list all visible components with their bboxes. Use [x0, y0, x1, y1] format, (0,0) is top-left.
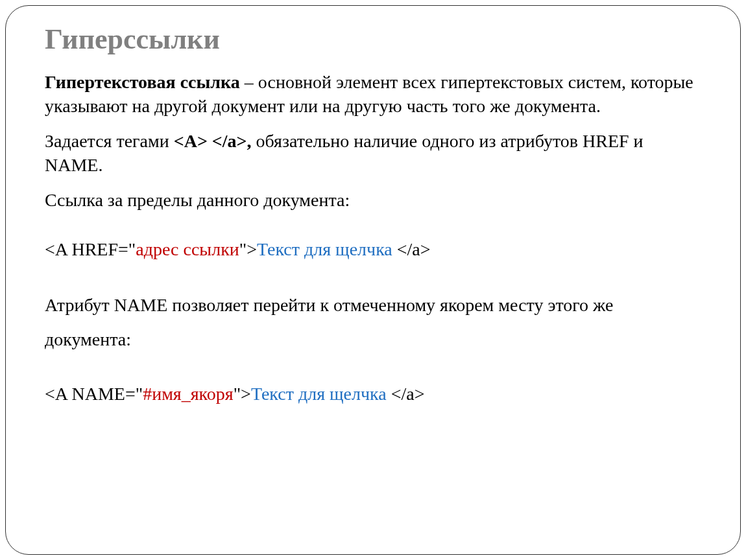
- ex1-close-tag: </a>: [397, 239, 431, 259]
- ex2-close-tag: </a>: [391, 384, 425, 404]
- term-bold: Гипертекстовая ссылка: [45, 72, 245, 92]
- ex2-anchor: #имя_якоря: [143, 384, 234, 404]
- ex1-close-attr: ">: [239, 239, 257, 259]
- ex1-linktext: Текст для щелчка: [257, 239, 397, 259]
- tags-bold: <A> </a>,: [174, 131, 252, 151]
- ex2-close-attr: ">: [234, 384, 251, 404]
- ex2-linktext: Текст для щелчка: [251, 384, 391, 404]
- slide-body: Гипертекстовая ссылка – основной элемент…: [45, 71, 701, 406]
- ex1-address: адрес ссылки: [136, 239, 239, 259]
- paragraph-external-link: Ссылка за пределы данного документа:: [45, 189, 701, 212]
- slide-title: Гиперссылки: [45, 24, 701, 55]
- example-name: <A NAME="#имя_якоря">Текст для щелчка </…: [45, 382, 701, 406]
- ex2-open: <A NAME=": [45, 384, 143, 404]
- tags-text-a: Задается тегами: [45, 131, 174, 151]
- ex1-open: <A HREF=": [45, 239, 136, 259]
- slide-frame: Гиперссылки Гипертекстовая ссылка – осно…: [5, 5, 741, 555]
- example-href: <A HREF="адрес ссылки">Текст для щелчка …: [45, 238, 701, 261]
- paragraph-name-attr: Атрибут NAME позволяет перейти к отмечен…: [45, 288, 701, 356]
- paragraph-definition: Гипертекстовая ссылка – основной элемент…: [45, 71, 701, 118]
- paragraph-tags: Задается тегами <A> </a>, обязательно на…: [45, 130, 701, 177]
